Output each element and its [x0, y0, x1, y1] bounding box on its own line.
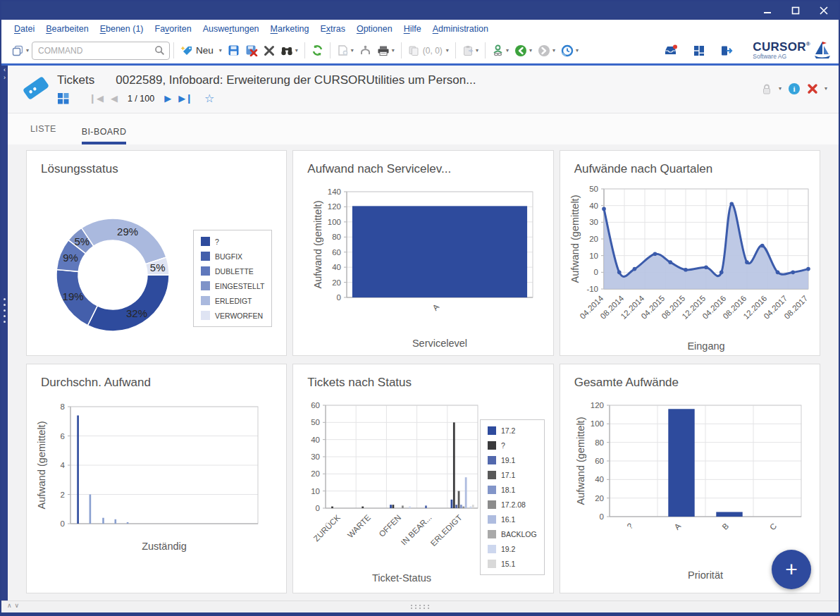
svg-text:30: 30 [311, 452, 321, 461]
inbox-button[interactable] [661, 41, 681, 61]
menu-item-datei[interactable]: Datei [8, 22, 40, 36]
expand-right-icon[interactable]: › [1, 74, 8, 82]
menu-item-marketing[interactable]: Marketing [265, 22, 315, 36]
chevron-down-icon: ▾ [26, 48, 29, 54]
svg-text:60: 60 [333, 248, 342, 257]
minimize-button[interactable] [758, 4, 777, 17]
chart-title: Aufwand nach Servicelev... [307, 162, 451, 176]
refresh-button[interactable] [309, 41, 326, 61]
favorite-star-icon[interactable]: ☆ [204, 92, 214, 105]
tab-bi-board[interactable]: BI-BOARD [82, 127, 127, 144]
menubar: DateiBearbeitenEbenen (1)FavoritenAuswer… [1, 20, 839, 37]
add-record-fab[interactable]: + [772, 550, 811, 589]
save-delete-button[interactable] [242, 41, 261, 61]
menu-item-bearbeiten[interactable]: Bearbeiten [40, 22, 94, 36]
legend-item: ? [201, 237, 264, 246]
svg-text:Aufwand (gemittelt): Aufwand (gemittelt) [36, 421, 47, 510]
legend-label: ? [501, 441, 505, 450]
svg-text:50: 50 [589, 185, 598, 193]
command-input[interactable] [37, 45, 151, 56]
logout-icon [720, 45, 733, 56]
maximize-button[interactable] [786, 4, 805, 17]
chart-legend: ?BUGFIXDUBLETTEEINGESTELLTERLEDIGTVERWOR… [193, 230, 272, 327]
paste-button[interactable]: ▾ [459, 41, 481, 61]
save-delete-icon [245, 44, 258, 56]
legend-item: 16.1 [488, 515, 537, 524]
grid-view-icon[interactable] [57, 92, 69, 104]
record-header: Tickets 0022589, Infoboard: Erweiterung … [8, 66, 839, 113]
legend-swatch [488, 426, 496, 435]
search-icon[interactable] [154, 45, 165, 56]
navigate-back-button[interactable]: ▾ [512, 41, 535, 61]
menu-item-favoriten[interactable]: Favoriten [149, 22, 197, 36]
info-icon[interactable]: i [788, 82, 801, 95]
history-button[interactable]: ▾ [558, 41, 581, 61]
first-record-button[interactable]: ❙◀ [89, 94, 104, 103]
document-plus-icon [337, 44, 349, 56]
menu-item-ebenen-1[interactable]: Ebenen (1) [94, 22, 149, 36]
new-document-button[interactable]: ▾ [334, 41, 357, 61]
svg-text:0: 0 [61, 519, 65, 528]
toolbar-separator [304, 42, 305, 58]
record-pager: 1 / 100 [128, 94, 154, 104]
legend-item: ERLEDIGT [201, 296, 264, 305]
delete-button[interactable] [261, 41, 278, 61]
legend-label: EINGESTELLT [215, 282, 264, 290]
svg-text:120: 120 [590, 401, 603, 409]
tab-bar: LISTE BI-BOARD [8, 113, 839, 144]
close-button[interactable] [815, 4, 833, 17]
window-switch-button[interactable]: ▾ [8, 41, 32, 61]
legend-item: VERWORFEN [201, 311, 264, 320]
person-search-button[interactable]: ▾ [489, 41, 512, 61]
new-record-dropdown[interactable]: ▾ [216, 41, 225, 61]
ticket-icon [20, 73, 51, 104]
command-search-box[interactable] [32, 42, 170, 60]
save-button[interactable] [225, 41, 242, 61]
maximize-icon [791, 6, 800, 15]
svg-text:B: B [720, 522, 730, 531]
previous-record-button[interactable]: ◀ [111, 94, 118, 103]
menu-item-hilfe[interactable]: Hilfe [398, 22, 427, 36]
new-tag-icon [180, 44, 194, 57]
svg-text:9%: 9% [63, 252, 78, 264]
logout-button[interactable] [717, 41, 736, 61]
new-record-button[interactable]: Neu [178, 41, 216, 61]
collapse-down-icon[interactable]: ∨ [15, 602, 23, 609]
record-title: 0022589, Infoboard: Erweiterung der CURS… [116, 73, 476, 87]
svg-text:Aufwand (gemittelt): Aufwand (gemittelt) [312, 201, 323, 289]
search-records-button[interactable]: ▾ [278, 41, 301, 61]
left-panel-strip[interactable]: ‹ › [1, 66, 8, 600]
tab-liste[interactable]: LISTE [30, 124, 56, 144]
menu-item-administration[interactable]: Administration [427, 22, 494, 36]
svg-text:40: 40 [595, 475, 604, 483]
copy-button[interactable]: (0, 0) ▾ [405, 41, 452, 61]
chevron-down-icon: ▾ [576, 48, 579, 54]
menu-item-extras[interactable]: Extras [314, 22, 350, 36]
svg-text:ZURÜCK: ZURÜCK [312, 513, 342, 543]
next-record-button[interactable]: ▶ [164, 94, 171, 103]
tiles-icon [693, 45, 705, 56]
svg-text:0: 0 [593, 268, 598, 276]
printer-icon [377, 45, 390, 56]
svg-text:4: 4 [61, 461, 66, 469]
chart-title: Gesamte Aufwände [574, 376, 679, 390]
chevron-down-icon[interactable]: ▾ [824, 86, 827, 92]
dashboard-tiles-button[interactable] [691, 41, 708, 61]
merge-button[interactable] [357, 41, 374, 61]
collapse-up-icon[interactable]: ∧ [7, 602, 15, 609]
legend-swatch [488, 471, 496, 479]
last-record-button[interactable]: ▶❙ [178, 94, 193, 103]
bottom-splitter-bar[interactable]: ∧∨ [1, 600, 839, 612]
lock-icon[interactable] [761, 83, 772, 95]
splitter-handle[interactable] [4, 298, 6, 323]
print-button[interactable]: ▾ [374, 41, 397, 61]
close-record-icon[interactable] [807, 83, 818, 94]
chevron-down-icon[interactable]: ▾ [779, 86, 782, 92]
menu-item-auswertungen[interactable]: Auswertungen [197, 22, 265, 36]
chevron-down-icon: ▾ [552, 48, 555, 54]
drag-handle[interactable] [411, 605, 429, 609]
legend-label: 15.1 [501, 560, 515, 568]
menu-item-optionen[interactable]: Optionen [351, 22, 398, 36]
collapse-left-icon[interactable]: ‹ [1, 66, 8, 74]
navigate-forward-button[interactable]: ▾ [535, 41, 558, 61]
